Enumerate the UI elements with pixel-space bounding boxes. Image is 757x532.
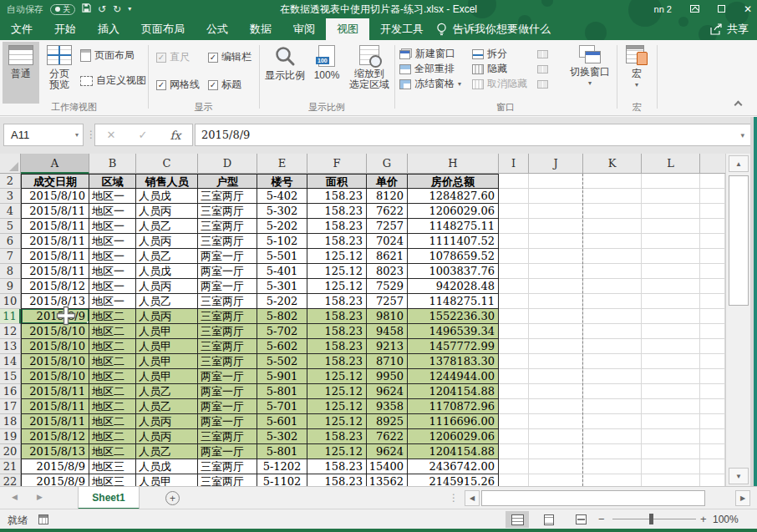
- cell-K4[interactable]: [583, 204, 642, 219]
- cell-J13[interactable]: [529, 339, 583, 354]
- cell-B15[interactable]: 地区二: [89, 369, 136, 384]
- cell-H11[interactable]: 1552236.30: [408, 309, 499, 324]
- cell-G3[interactable]: 8120: [367, 189, 408, 204]
- cell-G9[interactable]: 7529: [367, 279, 408, 294]
- scroll-left-icon[interactable]: ◀: [465, 490, 480, 506]
- cell-B16[interactable]: 地区二: [89, 384, 136, 399]
- cell-B13[interactable]: 地区二: [89, 339, 136, 354]
- zoom-out-button[interactable]: −: [598, 513, 605, 525]
- cell-D20[interactable]: 两室一厅: [198, 444, 257, 459]
- cell-B20[interactable]: 地区二: [89, 444, 136, 459]
- cell-E8[interactable]: 5-401: [257, 264, 307, 279]
- row-header-11[interactable]: 11: [0, 309, 21, 324]
- cell-F19[interactable]: 158.23: [307, 429, 367, 444]
- cell-H20[interactable]: 1204154.88: [408, 444, 499, 459]
- close-icon[interactable]: ✕: [744, 3, 752, 15]
- cell-F15[interactable]: 125.12: [307, 369, 367, 384]
- collapse-ribbon-button[interactable]: [730, 99, 745, 110]
- zoom-in-button[interactable]: +: [700, 513, 707, 525]
- new-sheet-button[interactable]: +: [165, 491, 180, 505]
- row-header-3[interactable]: 3: [0, 189, 21, 204]
- cell-K19[interactable]: [583, 429, 642, 444]
- row-header-17[interactable]: 17: [0, 399, 21, 414]
- cell-H8[interactable]: 1003837.76: [408, 264, 499, 279]
- redo-icon[interactable]: ↻: [113, 3, 121, 15]
- cell-H6[interactable]: 1111407.52: [408, 234, 499, 249]
- cell-J20[interactable]: [529, 444, 583, 459]
- cell-G13[interactable]: 9213: [367, 339, 408, 354]
- cell-L13[interactable]: [642, 339, 700, 354]
- row-header-21[interactable]: 21: [0, 459, 21, 474]
- cell-C5[interactable]: 人员乙: [136, 219, 198, 234]
- row-header-4[interactable]: 4: [0, 204, 21, 219]
- cell-A21[interactable]: 2015/8/9: [21, 459, 89, 474]
- cell-C14[interactable]: 人员甲: [136, 354, 198, 369]
- scroll-right-icon[interactable]: ▶: [735, 490, 750, 506]
- cell-K20[interactable]: [583, 444, 642, 459]
- cell-I15[interactable]: [499, 369, 529, 384]
- cell-K3[interactable]: [583, 189, 642, 204]
- macros-button[interactable]: 宏 ▾: [620, 42, 653, 104]
- column-header-G[interactable]: G: [367, 154, 408, 174]
- column-header-L[interactable]: L: [642, 154, 700, 174]
- page-break-preview-button[interactable]: 分页 预览: [41, 42, 78, 104]
- cell-I21[interactable]: [499, 459, 529, 474]
- cell-D4[interactable]: 三室两厅: [198, 204, 257, 219]
- column-header-F[interactable]: F: [307, 154, 367, 174]
- unhide-button[interactable]: 取消隐藏: [472, 77, 527, 91]
- cell-B18[interactable]: 地区二: [89, 414, 136, 429]
- cell-G4[interactable]: 7622: [367, 204, 408, 219]
- cell-D6[interactable]: 三室两厅: [198, 234, 257, 249]
- cell-J6[interactable]: [529, 234, 583, 249]
- cell-E11[interactable]: 5-802: [257, 309, 307, 324]
- cell-G19[interactable]: 7622: [367, 429, 408, 444]
- cell-L18[interactable]: [642, 414, 700, 429]
- cell-F2[interactable]: 面积: [307, 174, 367, 189]
- cell-B22[interactable]: 地区三: [89, 474, 136, 486]
- cell-B9[interactable]: 地区一: [89, 279, 136, 294]
- cell-D12[interactable]: 三室两厅: [198, 324, 257, 339]
- cell-A14[interactable]: 2015/8/10: [21, 354, 89, 369]
- cell-D13[interactable]: 三室两厅: [198, 339, 257, 354]
- cell-E15[interactable]: 5-901: [257, 369, 307, 384]
- cell-C12[interactable]: 人员甲: [136, 324, 198, 339]
- cell-H5[interactable]: 1148275.11: [408, 219, 499, 234]
- cell-J12[interactable]: [529, 324, 583, 339]
- ruler-checkbox[interactable]: ✓ 直尺: [156, 50, 190, 64]
- user-name[interactable]: nn 2: [654, 4, 672, 14]
- cell-D8[interactable]: 两室一厅: [198, 264, 257, 279]
- cell-D19[interactable]: 三室两厅: [198, 429, 257, 444]
- cell-C17[interactable]: 人员乙: [136, 399, 198, 414]
- cell-J22[interactable]: [529, 474, 583, 486]
- page-layout-button[interactable]: 页面布局: [80, 48, 146, 63]
- cell-H10[interactable]: 1148275.11: [408, 294, 499, 309]
- tab-开发工具[interactable]: 开发工具: [369, 18, 434, 40]
- cell-F20[interactable]: 125.12: [307, 444, 367, 459]
- view-normal-button[interactable]: [506, 511, 529, 528]
- cell-I16[interactable]: [499, 384, 529, 399]
- cell-K11[interactable]: [583, 309, 642, 324]
- cell-F21[interactable]: 158.23: [307, 459, 367, 474]
- cell-K17[interactable]: [583, 399, 642, 414]
- cell-H15[interactable]: 1244944.00: [408, 369, 499, 384]
- cell-G8[interactable]: 8023: [367, 264, 408, 279]
- cell-D15[interactable]: 两室一厅: [198, 369, 257, 384]
- cell-D3[interactable]: 三室两厅: [198, 189, 257, 204]
- cell-A8[interactable]: 2015/8/11: [21, 264, 89, 279]
- cell-J16[interactable]: [529, 384, 583, 399]
- zoom-level[interactable]: 100%: [713, 514, 739, 525]
- column-header-K[interactable]: K: [583, 154, 642, 174]
- cell-E7[interactable]: 5-501: [257, 249, 307, 264]
- cell-L8[interactable]: [642, 264, 700, 279]
- cell-K12[interactable]: [583, 324, 642, 339]
- cell-F5[interactable]: 158.23: [307, 219, 367, 234]
- cell-C18[interactable]: 人员丙: [136, 414, 198, 429]
- cell-G18[interactable]: 8925: [367, 414, 408, 429]
- cell-G6[interactable]: 7024: [367, 234, 408, 249]
- cell-I9[interactable]: [499, 279, 529, 294]
- cell-D9[interactable]: 两室一厅: [198, 279, 257, 294]
- cell-K9[interactable]: [583, 279, 642, 294]
- cell-G10[interactable]: 7257: [367, 294, 408, 309]
- select-all-corner[interactable]: [0, 154, 21, 174]
- horizontal-scroll-thumb[interactable]: [481, 490, 705, 506]
